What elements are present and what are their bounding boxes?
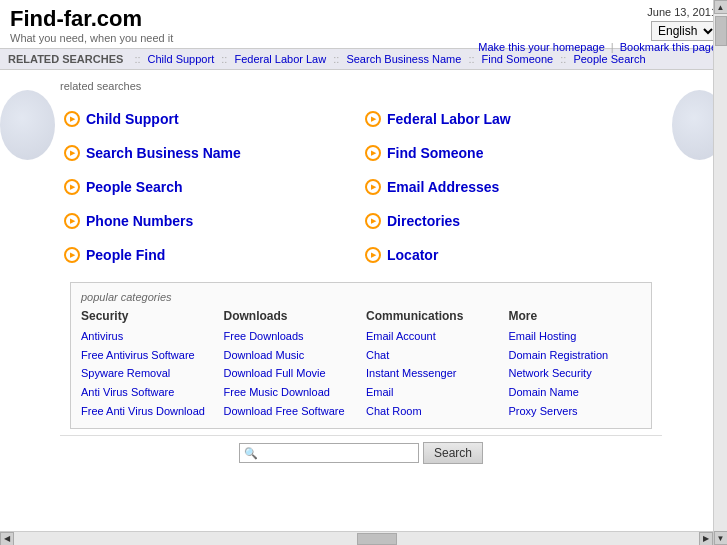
cat-downloads-title: Downloads xyxy=(224,309,357,323)
cat-link[interactable]: Free Antivirus Software xyxy=(81,346,214,365)
search-button[interactable]: Search xyxy=(423,442,483,464)
arrow-icon xyxy=(365,247,381,263)
cat-link[interactable]: Antivirus xyxy=(81,327,214,346)
scrollbar-right[interactable]: ▲ ▼ xyxy=(713,0,727,545)
cat-link[interactable]: Free Anti Virus Download xyxy=(81,402,214,421)
scroll-thumb-right[interactable] xyxy=(715,16,727,46)
directories-link[interactable]: Directories xyxy=(387,213,460,229)
locator-link[interactable]: Locator xyxy=(387,247,438,263)
cat-link[interactable]: Free Music Download xyxy=(224,383,357,402)
cat-link[interactable]: Network Security xyxy=(509,364,642,383)
list-item: Federal Labor Law xyxy=(361,102,662,136)
related-bar-label: RELATED SEARCHES xyxy=(8,53,123,65)
search-icon: 🔍 xyxy=(244,447,258,460)
language-select[interactable]: English xyxy=(651,21,717,41)
cat-link[interactable]: Download Music xyxy=(224,346,357,365)
arrow-icon xyxy=(365,213,381,229)
arrow-icon xyxy=(365,179,381,195)
list-item: Child Support xyxy=(60,102,361,136)
header-links: Make this your homepage | Bookmark this … xyxy=(478,41,717,53)
scroll-left-button[interactable]: ◀ xyxy=(0,532,14,546)
cat-link[interactable]: Download Full Movie xyxy=(224,364,357,383)
categories-grid: Security Antivirus Free Antivirus Softwa… xyxy=(81,309,641,420)
cat-security-title: Security xyxy=(81,309,214,323)
cat-link[interactable]: Anti Virus Software xyxy=(81,383,214,402)
list-item: Email Addresses xyxy=(361,170,662,204)
related-bar-sep1: :: xyxy=(134,53,143,65)
arrow-icon xyxy=(64,111,80,127)
find-someone-link[interactable]: Find Someone xyxy=(387,145,483,161)
cat-more: More Email Hosting Domain Registration N… xyxy=(509,309,642,420)
list-item: Directories xyxy=(361,204,662,238)
cat-communications: Communications Email Account Chat Instan… xyxy=(366,309,499,420)
arrow-icon xyxy=(64,213,80,229)
list-item: Locator xyxy=(361,238,662,272)
cat-link[interactable]: Chat Room xyxy=(366,402,499,421)
cat-communications-title: Communications xyxy=(366,309,499,323)
related-bar-find-someone[interactable]: Find Someone xyxy=(482,53,554,65)
child-support-link[interactable]: Child Support xyxy=(86,111,179,127)
cat-link[interactable]: Chat xyxy=(366,346,499,365)
related-bar-child-support[interactable]: Child Support xyxy=(148,53,215,65)
bookmark-link[interactable]: Bookmark this page xyxy=(620,41,717,53)
cat-more-title: More xyxy=(509,309,642,323)
lang-label: English xyxy=(651,25,717,37)
cat-link[interactable]: Spyware Removal xyxy=(81,364,214,383)
search-input[interactable] xyxy=(261,446,401,460)
list-item: Find Someone xyxy=(361,136,662,170)
scroll-up-button[interactable]: ▲ xyxy=(714,0,728,14)
left-circle xyxy=(0,90,55,160)
cat-security: Security Antivirus Free Antivirus Softwa… xyxy=(81,309,214,420)
list-item: Search Business Name xyxy=(60,136,361,170)
related-bar-federal-labor[interactable]: Federal Labor Law xyxy=(234,53,326,65)
header: Find-far.com What you need, when you nee… xyxy=(0,0,727,49)
cat-link[interactable]: Instant Messenger xyxy=(366,364,499,383)
search-business-link[interactable]: Search Business Name xyxy=(86,145,241,161)
arrow-icon xyxy=(64,247,80,263)
arrow-icon xyxy=(64,179,80,195)
cat-link[interactable]: Email xyxy=(366,383,499,402)
popular-categories: popular categories Security Antivirus Fr… xyxy=(70,282,652,429)
email-addresses-link[interactable]: Email Addresses xyxy=(387,179,499,195)
header-right: June 13, 2011 English Make this your hom… xyxy=(478,6,717,53)
cat-link[interactable]: Domain Registration xyxy=(509,346,642,365)
arrow-icon xyxy=(64,145,80,161)
search-bar: 🔍 Search xyxy=(60,435,662,468)
related-bar-search-business[interactable]: Search Business Name xyxy=(346,53,461,65)
phone-numbers-link[interactable]: Phone Numbers xyxy=(86,213,193,229)
homepage-link[interactable]: Make this your homepage xyxy=(478,41,605,53)
header-sep: | xyxy=(611,41,617,53)
list-item: Phone Numbers xyxy=(60,204,361,238)
arrow-icon xyxy=(365,145,381,161)
scroll-down-button[interactable]: ▼ xyxy=(714,531,728,545)
list-item: People Search xyxy=(60,170,361,204)
scroll-track-horizontal xyxy=(14,532,699,545)
links-grid: Child Support Federal Labor Law Search B… xyxy=(60,102,662,272)
arrow-icon xyxy=(365,111,381,127)
search-input-wrapper: 🔍 xyxy=(239,443,419,463)
left-decoration xyxy=(0,70,55,500)
scroll-thumb-horizontal[interactable] xyxy=(357,533,397,545)
list-item: People Find xyxy=(60,238,361,272)
scroll-right-button[interactable]: ▶ xyxy=(699,532,713,546)
cat-downloads: Downloads Free Downloads Download Music … xyxy=(224,309,357,420)
people-search-link[interactable]: People Search xyxy=(86,179,183,195)
cat-link[interactable]: Domain Name xyxy=(509,383,642,402)
cat-link[interactable]: Free Downloads xyxy=(224,327,357,346)
federal-labor-link[interactable]: Federal Labor Law xyxy=(387,111,511,127)
popular-heading: popular categories xyxy=(81,291,641,303)
related-heading: related searches xyxy=(60,80,662,92)
main-content: related searches Child Support Federal L… xyxy=(0,70,727,500)
cat-link[interactable]: Download Free Software xyxy=(224,402,357,421)
related-bar-people-search[interactable]: People Search xyxy=(573,53,645,65)
cat-link[interactable]: Email Account xyxy=(366,327,499,346)
content-area: related searches Child Support Federal L… xyxy=(55,70,672,500)
scrollbar-bottom[interactable]: ◀ ▶ xyxy=(0,531,713,545)
people-find-link[interactable]: People Find xyxy=(86,247,165,263)
cat-link[interactable]: Email Hosting xyxy=(509,327,642,346)
cat-link[interactable]: Proxy Servers xyxy=(509,402,642,421)
date: June 13, 2011 xyxy=(478,6,717,18)
